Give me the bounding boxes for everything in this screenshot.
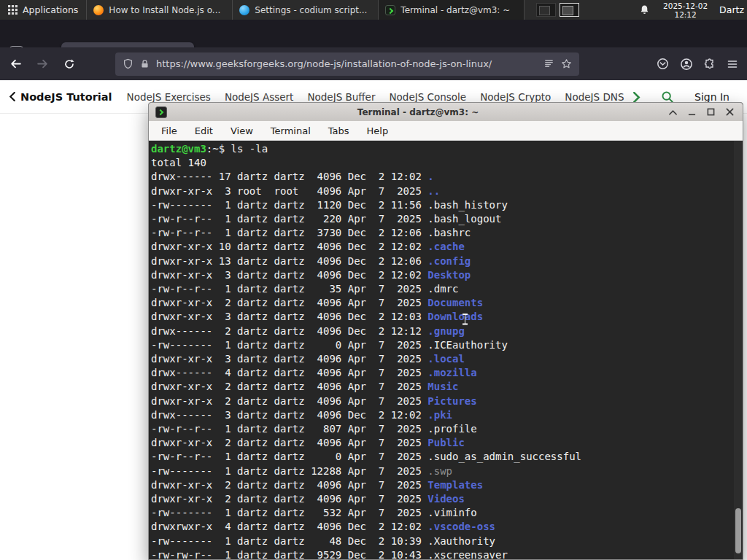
prompt-user-host: dartz@vm3	[151, 143, 206, 155]
reload-button[interactable]	[58, 52, 81, 76]
terminal-menu-edit[interactable]: Edit	[195, 125, 213, 136]
terminal-output-line: drwx------ 3 dartz dartz 4096 Dec 2 12:0…	[151, 408, 732, 422]
terminal-output-line: drwxr-xr-x 2 dartz dartz 4096 Apr 7 2025…	[151, 436, 732, 450]
chevron-left-icon	[9, 92, 16, 101]
terminal-output-line: total 140	[151, 156, 732, 170]
terminal-screen[interactable]: dartz@vm3:~$ ls -la total 140drwx------ …	[149, 141, 743, 559]
terminal-window-controls	[669, 108, 736, 116]
notifications-bell-icon[interactable]	[639, 0, 650, 20]
workspace-1[interactable]	[536, 3, 556, 17]
maximize-button[interactable]	[707, 108, 715, 116]
taskbar-window-firefox[interactable]: How to Install Node.js o...	[87, 0, 233, 20]
lock-icon[interactable]	[140, 59, 150, 69]
terminal-output-line: -rw-r--r-- 1 dartz dartz 3730 Dec 2 12:0…	[151, 226, 732, 240]
terminal-menu-terminal[interactable]: Terminal	[271, 125, 311, 136]
extensions-icon[interactable]	[704, 58, 716, 70]
terminal-output-line: drwxr-xr-x 13 dartz dartz 4096 Dec 2 12:…	[151, 254, 732, 268]
terminal-menu-view[interactable]: View	[231, 125, 253, 136]
shade-button[interactable]	[669, 109, 677, 115]
terminal-title-bar[interactable]: Terminal - dartz@vm3: ~	[149, 103, 743, 121]
terminal-output-line: -rw-r--r-- 1 dartz dartz 220 Apr 7 2025 …	[151, 212, 732, 226]
terminal-output-line: drwx------ 4 dartz dartz 4096 Apr 7 2025…	[151, 366, 732, 380]
terminal-output-line: -rw------- 1 dartz dartz 532 Apr 7 2025 …	[151, 506, 732, 520]
site-nav-link[interactable]: NodeJS DNS	[565, 91, 624, 103]
workspace-2-active[interactable]	[560, 3, 579, 17]
account-icon[interactable]	[680, 58, 693, 71]
workspace-switcher	[536, 0, 579, 20]
site-nav-link[interactable]: NodeJS Buffer	[307, 91, 375, 103]
terminal-output-line: drwxr-xr-x 2 dartz dartz 4096 Apr 7 2025…	[151, 478, 732, 492]
sign-in-button[interactable]: Sign In	[694, 91, 729, 103]
chevron-right-icon[interactable]	[632, 92, 640, 103]
prompt-symbol: $	[219, 143, 231, 155]
terminal-output-line: -rw------- 1 dartz dartz 48 Dec 2 10:39 …	[151, 534, 732, 548]
applications-grid-icon	[8, 5, 18, 15]
site-nav-link[interactable]: NodeJS Exercises	[127, 91, 211, 103]
terminal-menu-tabs[interactable]: Tabs	[328, 125, 349, 136]
site-nav-active-item[interactable]: NodeJS Tutorial	[9, 91, 112, 103]
browser-toolbar: https://www.geeksforgeeks.org/node-js/in…	[0, 47, 747, 80]
terminal-output-line: -rw-r--r-- 1 dartz dartz 35 Apr 7 2025 .…	[151, 282, 732, 296]
applications-menu-button[interactable]: Applications	[0, 0, 87, 20]
desktop: Applications How to Install Node.js o...…	[0, 0, 747, 560]
terminal-output-line: drwxr-xr-x 3 dartz dartz 4096 Dec 2 12:0…	[151, 310, 732, 324]
prompt-path: :~	[206, 143, 219, 155]
scrollbar-thumb[interactable]	[735, 508, 741, 553]
taskbar-window-title: Terminal - dartz@vm3: ~	[400, 5, 510, 15]
terminal-output-line: -rw------- 1 dartz dartz 0 Apr 7 2025 .I…	[151, 338, 732, 352]
minimize-button[interactable]	[688, 109, 696, 116]
terminal-output-line: drwxr-xr-x 10 dartz dartz 4096 Dec 2 12:…	[151, 240, 732, 254]
clock-time: 12:12	[663, 10, 708, 19]
taskbar-window-settings[interactable]: Settings - codium script...	[233, 0, 379, 20]
terminal-scrollbar[interactable]	[734, 141, 743, 559]
bookmark-star-icon[interactable]	[561, 58, 572, 69]
terminal-output-line: drwxr-xr-x 2 dartz dartz 4096 Apr 7 2025…	[151, 394, 732, 408]
terminal-output-line: drwxrwxr-x 4 dartz dartz 4096 Dec 2 12:0…	[151, 520, 732, 534]
terminal-menubar: FileEditViewTerminalTabsHelp	[149, 121, 743, 141]
panel-clock[interactable]: 2025-12-02 12:12	[663, 1, 708, 19]
terminal-output-line: drwxr-xr-x 3 dartz dartz 4096 Dec 2 12:0…	[151, 268, 732, 282]
taskbar-window-terminal[interactable]: Terminal - dartz@vm3: ~	[379, 0, 525, 20]
settings-app-icon	[239, 5, 249, 15]
tracking-shield-icon[interactable]	[123, 58, 133, 69]
site-nav-link[interactable]: NodeJS Assert	[225, 91, 294, 103]
address-bar[interactable]: https://www.geeksforgeeks.org/node-js/in…	[115, 52, 579, 76]
pocket-icon[interactable]	[657, 58, 669, 70]
clock-date: 2025-12-02	[663, 1, 708, 10]
terminal-prompt-line: dartz@vm3:~$ ls -la	[151, 142, 732, 156]
site-nav-links: NodeJS ExercisesNodeJS AssertNodeJS Buff…	[127, 91, 638, 103]
terminal-output: total 140drwx------ 17 dartz dartz 4096 …	[151, 156, 732, 559]
site-nav-active-label: NodeJS Tutorial	[20, 91, 112, 103]
terminal-output-line: drwxr-xr-x 3 root root 4096 Apr 7 2025 .…	[151, 184, 732, 198]
taskbar-window-title: How to Install Node.js o...	[109, 5, 220, 15]
terminal-app-icon	[385, 5, 395, 15]
applications-label: Applications	[23, 4, 78, 15]
terminal-output-line: drwxr-xr-x 3 dartz dartz 4096 Apr 7 2025…	[151, 352, 732, 366]
menu-icon[interactable]	[727, 58, 738, 70]
browser-tab-bar: G How to Install Node.js on ✕ +	[0, 20, 747, 47]
terminal-command: ls -la	[231, 143, 268, 155]
taskbar-window-title: Settings - codium script...	[255, 5, 367, 15]
close-button[interactable]	[726, 108, 734, 116]
reader-mode-icon[interactable]	[543, 58, 554, 69]
back-button[interactable]	[4, 52, 27, 76]
terminal-output-line: drwx------ 17 dartz dartz 4096 Dec 2 12:…	[151, 170, 732, 184]
terminal-menu-help[interactable]: Help	[367, 125, 389, 136]
desktop-panel: Applications How to Install Node.js o...…	[0, 0, 747, 20]
terminal-output-line: -rw------- 1 dartz dartz 1120 Dec 2 11:5…	[151, 198, 732, 212]
panel-user-label: Dartz	[719, 4, 747, 15]
site-nav-link[interactable]: NodeJS Console	[389, 91, 466, 103]
terminal-menu-file[interactable]: File	[161, 125, 177, 136]
forward-button[interactable]	[31, 52, 54, 76]
panel-spacer	[579, 0, 639, 20]
terminal-output-line: -rw------- 1 dartz dartz 12288 Apr 7 202…	[151, 464, 732, 478]
terminal-output-line: -rw-rw-r-- 1 dartz dartz 9529 Dec 2 10:4…	[151, 548, 732, 559]
site-nav-link[interactable]: NodeJS Crypto	[480, 91, 551, 103]
terminal-window-title: Terminal - dartz@vm3: ~	[173, 107, 663, 117]
toolbar-right-icons	[657, 58, 738, 71]
url-text[interactable]: https://www.geeksforgeeks.org/node-js/in…	[156, 58, 537, 69]
terminal-output-line: -rw-r--r-- 1 dartz dartz 807 Apr 7 2025 …	[151, 422, 732, 436]
terminal-output-line: -rw-r--r-- 1 dartz dartz 0 Apr 7 2025 .s…	[151, 450, 732, 464]
terminal-output-line: drwx------ 2 dartz dartz 4096 Dec 2 12:1…	[151, 324, 732, 338]
terminal-output-line: drwxr-xr-x 2 dartz dartz 4096 Apr 7 2025…	[151, 296, 732, 310]
